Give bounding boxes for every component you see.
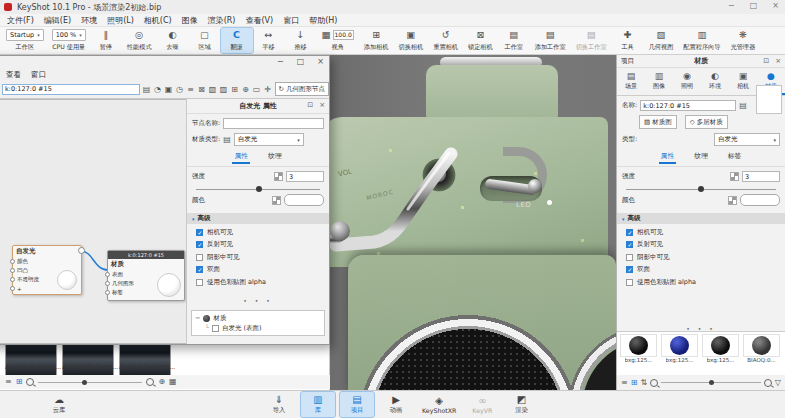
tools-button[interactable]: ✚ 工具 — [612, 28, 644, 53]
output-port[interactable] — [78, 247, 85, 254]
checkbox-visible-in-reflections[interactable]: 反射可见 — [617, 240, 785, 249]
zoom-fit-icon[interactable]: ✛ — [264, 85, 272, 94]
import-button[interactable]: ⇓ 导入 — [262, 392, 296, 417]
subtab-labels[interactable]: 标签 — [726, 151, 744, 164]
link-node-icon[interactable]: ⊕ — [242, 85, 250, 94]
checkbox-visible-in-shadows[interactable]: 阴影中可见 — [617, 253, 785, 262]
port-dot[interactable] — [10, 286, 15, 291]
texture-map-icon[interactable] — [730, 172, 739, 181]
list-view-icon[interactable]: ≡ — [621, 379, 628, 387]
node-graph-canvas[interactable]: 自发光 颜色凹凸不透明度+ k:0:127:0 #15 材质 表面几何图形标签 — [0, 99, 186, 344]
checkbox[interactable] — [196, 279, 203, 286]
node-port[interactable]: 颜色 — [10, 257, 81, 266]
tree-item-material[interactable]: − 材质 — [195, 313, 321, 323]
save-icon[interactable]: ▤ — [143, 85, 151, 94]
splitter-handle[interactable]: • • • — [187, 297, 329, 304]
library-button[interactable]: ▥ 库 — [301, 392, 335, 417]
material-library-icon[interactable]: ▤ — [223, 136, 231, 144]
menu-item[interactable]: 编辑(E) — [39, 15, 76, 26]
close-icon[interactable]: × — [319, 101, 325, 109]
region-button[interactable]: ▢ 区域 — [189, 28, 221, 53]
tab-camera[interactable]: ▣ 相机 — [729, 68, 757, 95]
intensity-input[interactable] — [286, 171, 324, 182]
grid-view-icon[interactable]: ⊞ — [631, 379, 638, 387]
subtab-properties[interactable]: 属性 — [659, 151, 677, 164]
menu-item[interactable]: 帮助(H) — [304, 15, 342, 26]
tree-item-emissive[interactable]: └ 自发光 (表面) — [195, 323, 321, 333]
checkbox[interactable] — [196, 254, 203, 261]
cpu-usage-selector[interactable]: 100 %▾ CPU 使用量 — [48, 27, 90, 54]
port-dot[interactable] — [105, 281, 110, 286]
checkbox-use-color-map-alpha[interactable]: 使用色彩贴图 alpha — [617, 278, 785, 287]
pan-button[interactable]: ↔ 平移 — [253, 28, 285, 53]
emissive-node[interactable]: 自发光 颜色凹凸不透明度+ — [12, 245, 82, 295]
thumbnail-size-slider[interactable] — [661, 382, 761, 383]
pause-button[interactable]: ‖ 暂停 — [90, 28, 122, 53]
close-button[interactable]: × — [317, 57, 324, 66]
denoise-button[interactable]: ◐ 去噪 — [157, 28, 189, 53]
checkbox-double-sided[interactable]: 双面 — [187, 265, 329, 274]
texture-map-icon[interactable] — [728, 196, 737, 205]
port-dot[interactable] — [10, 259, 15, 264]
material-thumbnail[interactable]: bxg:125... — [660, 334, 699, 363]
collapse-icon[interactable]: − — [195, 314, 200, 322]
checkbox[interactable] — [196, 229, 203, 236]
slider-handle[interactable] — [698, 186, 704, 192]
intensity-input[interactable] — [742, 171, 780, 182]
advanced-section-header[interactable]: ▾ 高级 — [617, 213, 785, 224]
texture-map-icon[interactable] — [272, 196, 281, 205]
tumble-button[interactable]: C 翻滚 — [221, 28, 253, 53]
menu-item[interactable]: 相机(C) — [139, 15, 177, 26]
sort-icon[interactable]: ⇅ — [640, 379, 647, 387]
checkbox[interactable] — [626, 279, 633, 286]
menu-item[interactable]: 渲染(R) — [203, 15, 241, 26]
add-camera-button[interactable]: ⊞ 添加相机 — [359, 28, 394, 53]
keyvr-button[interactable]: ∞ KeyVR — [465, 392, 499, 417]
reset-camera-button[interactable]: ↺ 重置相机 — [428, 28, 463, 53]
minimize-button[interactable]: − — [277, 57, 284, 66]
checkbox[interactable] — [626, 241, 633, 248]
color-swatch[interactable] — [740, 194, 780, 206]
maximize-button[interactable]: □ — [297, 57, 305, 66]
workspace-selector[interactable]: Startup▾ 工作区 — [2, 27, 48, 54]
subtab-textures[interactable]: 纹理 — [266, 151, 284, 164]
zoom-in-icon[interactable] — [764, 379, 772, 387]
slider-handle[interactable] — [82, 380, 87, 385]
close-button[interactable]: × — [772, 1, 779, 10]
add-node-icon[interactable]: ⊞ — [231, 85, 239, 94]
tab-lighting[interactable]: ◉ 照明 — [673, 68, 701, 95]
material-thumbnail[interactable]: bxg:125... — [701, 334, 740, 363]
checkbox[interactable] — [196, 241, 203, 248]
material-node[interactable]: k:0:127:0 #15 材质 表面几何图形标签 — [107, 250, 185, 301]
color-swatch[interactable] — [284, 194, 324, 206]
splitter-handle[interactable]: • • • — [617, 325, 785, 332]
geometry-node-toggle[interactable]: ↻ 几何图形节点 — [275, 82, 329, 96]
graph-window-titlebar[interactable]: − □ × — [0, 56, 329, 69]
material-graph-button[interactable]: ▧ 材质图 — [639, 115, 677, 129]
light-manager-button[interactable]: ❋ 光管理器 — [725, 28, 760, 53]
folder-icon[interactable]: ▦ — [169, 378, 177, 386]
material-type-select[interactable]: 自发光 ▾ — [234, 133, 304, 146]
maximize-button[interactable]: □ — [750, 1, 758, 10]
tune-icon[interactable]: ≡ — [187, 85, 195, 94]
undock-icon[interactable]: ⊡ — [307, 101, 313, 109]
checkbox[interactable] — [626, 266, 633, 273]
material-type-select[interactable]: 自发光 ▾ — [714, 133, 780, 146]
menu-item[interactable]: 查看 — [2, 70, 25, 80]
subtab-properties[interactable]: 属性 — [232, 151, 250, 164]
thumbnail-size-slider[interactable] — [38, 382, 142, 383]
texture-map-icon[interactable] — [274, 172, 283, 181]
keyshotxr-button[interactable]: ◈ KeyShotXR — [418, 392, 460, 417]
layout-icon[interactable]: ▭ — [253, 85, 261, 94]
geometry-view-button[interactable]: ▧ 几何视图 — [644, 28, 679, 53]
checkbox[interactable] — [626, 229, 633, 236]
import-asset-icon[interactable]: ⊕ — [158, 378, 165, 386]
animation-button[interactable]: ▶ 动画 — [379, 392, 413, 417]
menu-item[interactable]: 文件(F) — [2, 15, 39, 26]
menu-item[interactable]: 查看(V) — [240, 15, 278, 26]
graph-material-name-input[interactable] — [2, 84, 140, 95]
image-icon[interactable]: ▣ — [165, 85, 173, 94]
multi-material-button[interactable]: ◇ 多层材质 — [685, 115, 728, 129]
checkbox-visible-to-camera[interactable]: 相机可见 — [617, 228, 785, 237]
zoom-out-icon[interactable] — [26, 378, 34, 386]
